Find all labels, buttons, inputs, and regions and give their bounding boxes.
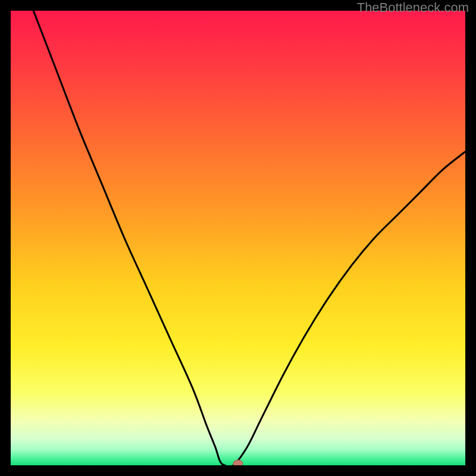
- minimum-marker: [233, 460, 243, 465]
- watermark-text: TheBottleneck.com: [357, 0, 469, 15]
- plot-area: [11, 11, 465, 465]
- chart-svg: [11, 11, 465, 465]
- gradient-background: [11, 11, 465, 465]
- chart-frame: TheBottleneck.com: [0, 0, 476, 476]
